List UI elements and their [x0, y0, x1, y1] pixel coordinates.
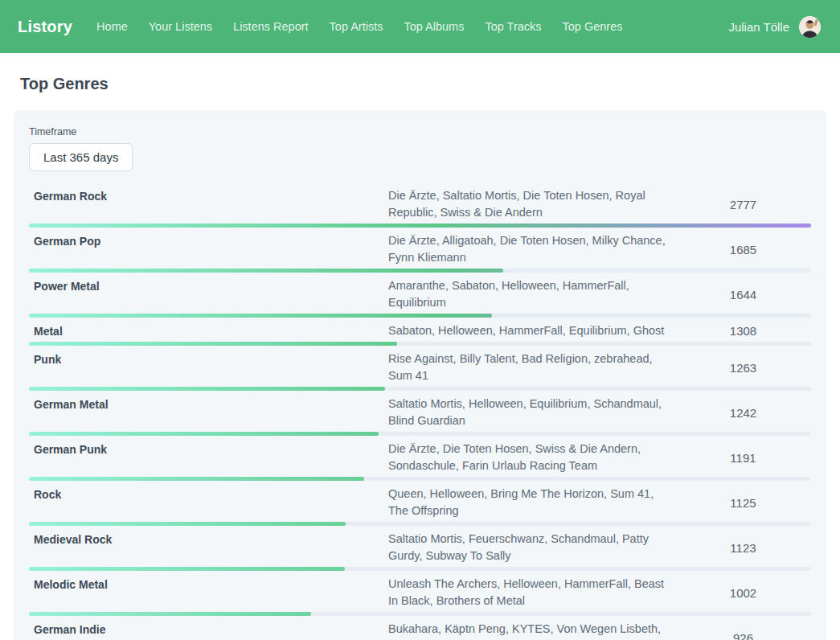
genre-artists: Bukahara, Käptn Peng, KYTES, Von Wegen L…	[388, 621, 675, 640]
genre-count: 1123	[675, 541, 811, 555]
genre-name: Medieval Rock	[29, 531, 388, 564]
genre-name: Punk	[29, 351, 388, 384]
genre-name: German Rock	[29, 187, 388, 221]
genre-row: German Pop Die Ärzte, Alligatoah, Die To…	[29, 228, 811, 273]
genre-count: 1308	[675, 324, 811, 338]
genre-row: Rock Queen, Helloween, Bring Me The Hori…	[29, 481, 811, 526]
nav-link-top-artists[interactable]: Top Artists	[330, 20, 383, 33]
genre-artists: Queen, Helloween, Bring Me The Horizon, …	[388, 486, 675, 519]
genre-count: 1263	[675, 361, 811, 375]
genre-artists: Saltatio Mortis, Helloween, Equilibrium,…	[388, 396, 675, 429]
timeframe-label: Timeframe	[29, 126, 811, 137]
genre-row: German Metal Saltatio Mortis, Helloween,…	[29, 391, 811, 436]
genre-row: Power Metal Amaranthe, Sabaton, Hellowee…	[29, 273, 811, 318]
top-genres-card: Timeframe Last 365 days German Rock Die …	[14, 110, 826, 640]
genre-row: Metal Sabaton, Helloween, HammerFall, Eq…	[29, 318, 811, 346]
genre-name: German Metal	[29, 396, 388, 429]
nav-link-top-tracks[interactable]: Top Tracks	[485, 20, 541, 33]
navbar: Listory Home Your Listens Listens Report…	[0, 0, 840, 53]
genre-artists: Unleash The Archers, Helloween, HammerFa…	[388, 576, 675, 609]
avatar-photo-icon	[799, 16, 821, 38]
genre-row: Punk Rise Against, Billy Talent, Bad Rel…	[29, 346, 811, 391]
genre-name: Power Metal	[29, 277, 388, 311]
brand-logo[interactable]: Listory	[18, 18, 72, 36]
genre-count: 1242	[675, 406, 811, 420]
genre-artists: Die Ärzte, Die Toten Hosen, Swiss & Die …	[388, 441, 675, 474]
genre-artists: Rise Against, Billy Talent, Bad Religion…	[388, 351, 675, 384]
genre-row: German Punk Die Ärzte, Die Toten Hosen, …	[29, 436, 811, 481]
nav-link-your-listens[interactable]: Your Listens	[149, 20, 212, 33]
genre-count: 1125	[675, 496, 811, 510]
genre-row: Melodic Metal Unleash The Archers, Hello…	[29, 571, 811, 616]
genre-name: Melodic Metal	[29, 576, 388, 609]
page-title: Top Genres	[20, 75, 840, 93]
genre-list: German Rock Die Ärzte, Saltatio Mortis, …	[29, 183, 811, 640]
nav-link-listens-report[interactable]: Listens Report	[233, 20, 309, 33]
genre-artists: Amaranthe, Sabaton, Helloween, HammerFal…	[388, 277, 675, 311]
genre-artists: Saltatio Mortis, Feuerschwanz, Schandmau…	[388, 531, 675, 564]
user-avatar[interactable]	[799, 16, 821, 38]
nav-links: Home Your Listens Listens Report Top Art…	[96, 20, 622, 33]
genre-row: Medieval Rock Saltatio Mortis, Feuerschw…	[29, 526, 811, 571]
genre-name: German Pop	[29, 232, 388, 266]
genre-count: 2777	[675, 198, 811, 211]
genre-artists: Sabaton, Helloween, HammerFall, Equilibr…	[388, 322, 675, 339]
user-name: Julian Tölle	[728, 20, 789, 34]
genre-count: 1002	[675, 586, 811, 600]
timeframe-select[interactable]: Last 365 days	[29, 143, 133, 171]
nav-link-top-genres[interactable]: Top Genres	[563, 20, 623, 33]
genre-artists: Die Ärzte, Saltatio Mortis, Die Toten Ho…	[388, 187, 675, 221]
genre-count: 1191	[675, 451, 811, 465]
genre-count: 1685	[675, 243, 811, 256]
genre-count: 1644	[675, 288, 811, 302]
genre-name: German Punk	[29, 441, 388, 474]
genre-row: German Indie Bukahara, Käptn Peng, KYTES…	[29, 616, 811, 640]
genre-count: 926	[675, 631, 811, 640]
genre-name: Metal	[29, 322, 388, 339]
nav-link-home[interactable]: Home	[96, 20, 128, 33]
genre-name: Rock	[29, 486, 388, 519]
genre-artists: Die Ärzte, Alligatoah, Die Toten Hosen, …	[388, 232, 675, 266]
genre-name: German Indie	[29, 621, 388, 640]
nav-link-top-albums[interactable]: Top Albums	[404, 20, 464, 33]
genre-row: German Rock Die Ärzte, Saltatio Mortis, …	[29, 183, 811, 228]
